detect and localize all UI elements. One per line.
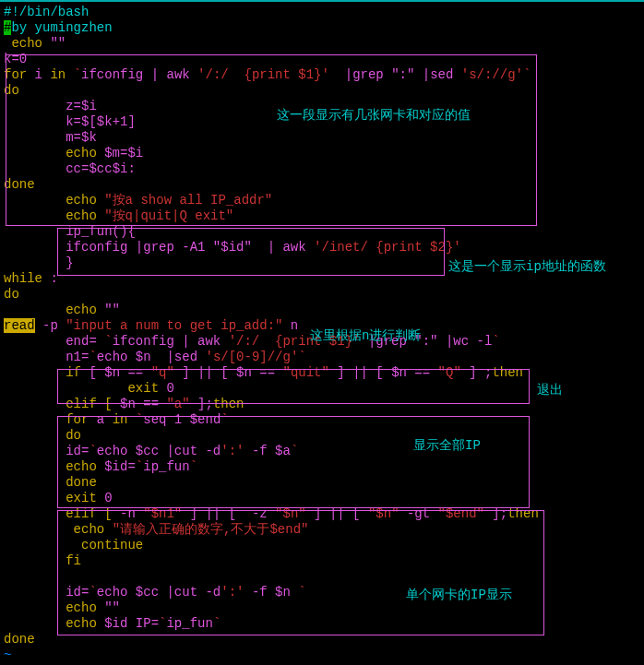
read-kw: read [4,318,35,333]
tilde: ~ [4,647,11,662]
func-def: ip_fun(){ [4,224,136,239]
terminal-top-border [0,0,644,2]
done-kw: done [4,632,35,647]
echo-kw: echo [4,36,50,51]
editor-content: #!/bin/bash #by yumingzhen echo "" k=0 f… [4,4,644,665]
byline: by yumingzhen [11,20,112,35]
shebang: #!/bin/bash [4,5,89,19]
